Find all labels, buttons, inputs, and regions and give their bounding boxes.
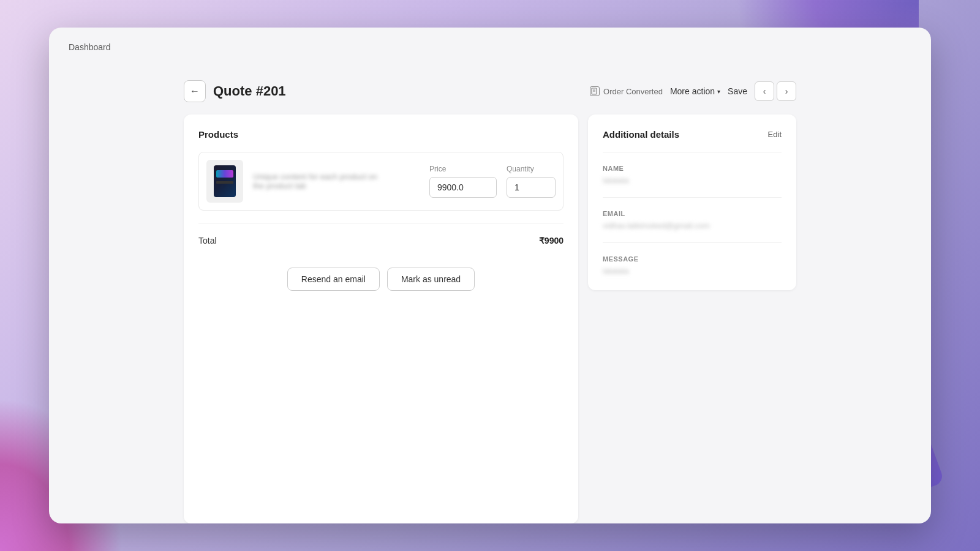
products-divider	[198, 223, 564, 223]
details-header: Additional details Edit	[603, 129, 782, 140]
price-qty-row: Price Quantity	[429, 165, 556, 198]
quantity-field-group: Quantity	[507, 165, 556, 198]
order-converted-status: Order Converted	[590, 86, 663, 96]
nav-arrows: ‹ ›	[755, 81, 796, 101]
product-info: Unique content for each product on the p…	[253, 172, 420, 190]
product-item: Unique content for each product on the p…	[198, 152, 564, 211]
additional-details-panel: Additional details Edit NAME latatata EM…	[588, 114, 796, 290]
products-panel: Products Unique content for each product…	[184, 114, 578, 523]
product-image	[206, 160, 243, 203]
message-field-value: latatata	[603, 266, 782, 276]
main-window: Dashboard ← Quote #201 Order Converted	[49, 28, 931, 523]
document-icon	[591, 88, 598, 95]
total-label: Total	[198, 236, 217, 246]
prev-button[interactable]: ‹	[755, 81, 774, 101]
panels-row: Products Unique content for each product…	[184, 114, 796, 523]
content-area: ← Quote #201 Order Converted More action	[49, 70, 931, 523]
dashboard-label: Dashboard	[69, 42, 111, 52]
details-divider-3	[603, 242, 782, 243]
price-field-group: Price	[429, 165, 497, 198]
name-field-label: NAME	[603, 165, 782, 172]
name-section: NAME latatata	[603, 165, 782, 185]
details-divider-2	[603, 197, 782, 198]
total-row: Total ₹9900	[198, 236, 564, 246]
additional-details-title: Additional details	[603, 129, 679, 140]
header-actions: Order Converted More action ▾ Save ‹ ›	[590, 81, 796, 101]
back-button[interactable]: ←	[184, 80, 206, 102]
message-field-label: MESSAGE	[603, 255, 782, 263]
quantity-label: Quantity	[507, 165, 556, 173]
product-description: Unique content for each product on the p…	[253, 172, 420, 190]
message-section: MESSAGE latatata	[603, 255, 782, 276]
more-action-label: More action	[670, 86, 715, 96]
more-action-button[interactable]: More action ▾	[670, 86, 720, 96]
products-panel-title: Products	[198, 129, 564, 140]
chevron-down-icon: ▾	[717, 88, 720, 95]
save-button[interactable]: Save	[728, 86, 747, 96]
name-field-value: latatata	[603, 176, 782, 185]
next-button[interactable]: ›	[777, 81, 796, 101]
email-field-value: vidhav.latkimoked@gmail.com	[603, 221, 782, 230]
header-row: ← Quote #201 Order Converted More action	[184, 70, 796, 114]
total-value: ₹9900	[539, 236, 564, 246]
action-buttons-row: Resend an email Mark as unread	[198, 258, 564, 303]
edit-button[interactable]: Edit	[768, 130, 782, 139]
email-section: EMAIL vidhav.latkimoked@gmail.com	[603, 210, 782, 230]
resend-email-button[interactable]: Resend an email	[287, 268, 380, 291]
quantity-input[interactable]	[507, 177, 556, 198]
price-label: Price	[429, 165, 497, 173]
order-converted-label: Order Converted	[603, 87, 663, 96]
page-title: Quote #201	[213, 83, 582, 99]
mark-unread-button[interactable]: Mark as unread	[387, 268, 475, 291]
order-icon	[590, 86, 600, 96]
pc-tower-graphic	[214, 165, 236, 197]
email-field-label: EMAIL	[603, 210, 782, 217]
details-divider-1	[603, 152, 782, 152]
price-input[interactable]	[429, 177, 497, 198]
